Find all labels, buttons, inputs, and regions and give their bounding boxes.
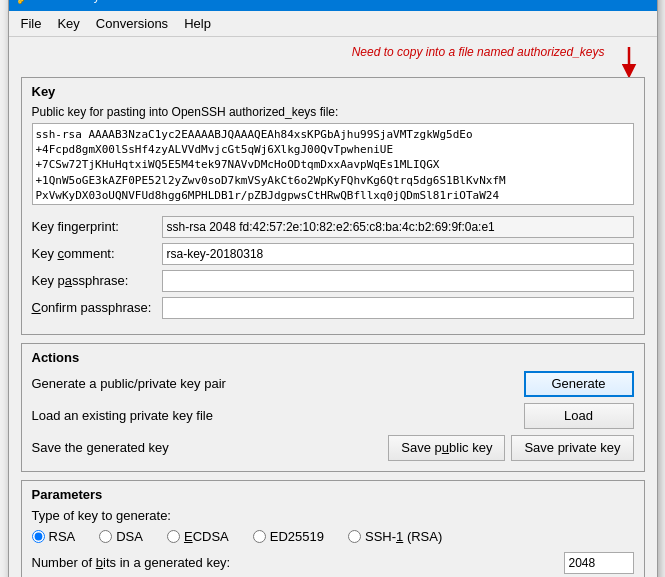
radio-dsa-input[interactable] bbox=[99, 530, 112, 543]
fingerprint-label: Key fingerprint: bbox=[32, 219, 162, 234]
bits-row: Number of bits in a generated key: bbox=[32, 552, 634, 574]
save-buttons: Save public key Save private key bbox=[388, 435, 633, 461]
menu-conversions[interactable]: Conversions bbox=[88, 13, 176, 34]
radio-ed25519-label: ED25519 bbox=[270, 529, 324, 544]
radio-dsa[interactable]: DSA bbox=[99, 529, 143, 544]
actions-section: Actions Generate a public/private key pa… bbox=[21, 343, 645, 472]
close-button[interactable]: ✕ bbox=[623, 0, 649, 7]
public-key-textarea[interactable] bbox=[32, 123, 634, 205]
title-bar: 🔑 PuTTY Key Generator ? ✕ bbox=[9, 0, 657, 11]
key-section: Key Public key for pasting into OpenSSH … bbox=[21, 77, 645, 335]
fingerprint-row: Key fingerprint: bbox=[32, 216, 634, 238]
annotation-row: Need to copy into a file named authorize… bbox=[21, 45, 645, 77]
confirm-row: Confirm passphrase: bbox=[32, 297, 634, 319]
radio-ssh1-input[interactable] bbox=[348, 530, 361, 543]
confirm-input[interactable] bbox=[162, 297, 634, 319]
putty-keygen-window: 🔑 PuTTY Key Generator ? ✕ File Key Conve… bbox=[8, 0, 658, 577]
actions-label: Actions bbox=[32, 350, 634, 365]
generate-button[interactable]: Generate bbox=[524, 371, 634, 397]
fingerprint-input[interactable] bbox=[162, 216, 634, 238]
window-title: PuTTY Key Generator bbox=[39, 0, 595, 3]
radio-ssh1[interactable]: SSH-1 (RSA) bbox=[348, 529, 442, 544]
passphrase-row: Key passphrase: bbox=[32, 270, 634, 292]
radio-ecdsa[interactable]: ECDSA bbox=[167, 529, 229, 544]
comment-label: Key comment: bbox=[32, 246, 162, 261]
radio-rsa-input[interactable] bbox=[32, 530, 45, 543]
save-public-button[interactable]: Save public key bbox=[388, 435, 505, 461]
menu-bar: File Key Conversions Help bbox=[9, 11, 657, 37]
passphrase-label: Key passphrase: bbox=[32, 273, 162, 288]
public-key-label: Public key for pasting into OpenSSH auth… bbox=[32, 105, 634, 119]
menu-help[interactable]: Help bbox=[176, 13, 219, 34]
radio-ecdsa-input[interactable] bbox=[167, 530, 180, 543]
menu-file[interactable]: File bbox=[13, 13, 50, 34]
radio-rsa[interactable]: RSA bbox=[32, 529, 76, 544]
radio-ed25519[interactable]: ED25519 bbox=[253, 529, 324, 544]
app-icon: 🔑 bbox=[17, 0, 33, 4]
key-type-radio-row: RSA DSA ECDSA ED25519 SSH-1 (RSA) bbox=[32, 529, 634, 544]
radio-ssh1-label: SSH-1 (RSA) bbox=[365, 529, 442, 544]
comment-input[interactable] bbox=[162, 243, 634, 265]
bits-label: Number of bits in a generated key: bbox=[32, 555, 564, 570]
generate-desc: Generate a public/private key pair bbox=[32, 376, 226, 391]
load-button[interactable]: Load bbox=[524, 403, 634, 429]
key-section-label: Key bbox=[32, 84, 634, 99]
confirm-label: Confirm passphrase: bbox=[32, 300, 162, 315]
radio-rsa-label: RSA bbox=[49, 529, 76, 544]
load-row: Load an existing private key file Load bbox=[32, 403, 634, 429]
help-button[interactable]: ? bbox=[595, 0, 621, 7]
down-arrow-icon bbox=[613, 45, 645, 77]
passphrase-input[interactable] bbox=[162, 270, 634, 292]
menu-key[interactable]: Key bbox=[49, 13, 87, 34]
window-controls: ? ✕ bbox=[595, 0, 649, 7]
radio-dsa-label: DSA bbox=[116, 529, 143, 544]
bits-input[interactable] bbox=[564, 552, 634, 574]
main-content: Need to copy into a file named authorize… bbox=[9, 37, 657, 578]
comment-row: Key comment: bbox=[32, 243, 634, 265]
params-label: Parameters bbox=[32, 487, 634, 502]
params-section: Parameters Type of key to generate: RSA … bbox=[21, 480, 645, 578]
save-private-button[interactable]: Save private key bbox=[511, 435, 633, 461]
annotation-arrow bbox=[613, 45, 645, 77]
radio-ed25519-input[interactable] bbox=[253, 530, 266, 543]
key-type-label: Type of key to generate: bbox=[32, 508, 634, 523]
load-desc: Load an existing private key file bbox=[32, 408, 213, 423]
generate-row: Generate a public/private key pair Gener… bbox=[32, 371, 634, 397]
save-row: Save the generated key Save public key S… bbox=[32, 435, 634, 461]
save-desc: Save the generated key bbox=[32, 440, 169, 455]
radio-ecdsa-label: ECDSA bbox=[184, 529, 229, 544]
annotation-text: Need to copy into a file named authorize… bbox=[352, 45, 605, 59]
